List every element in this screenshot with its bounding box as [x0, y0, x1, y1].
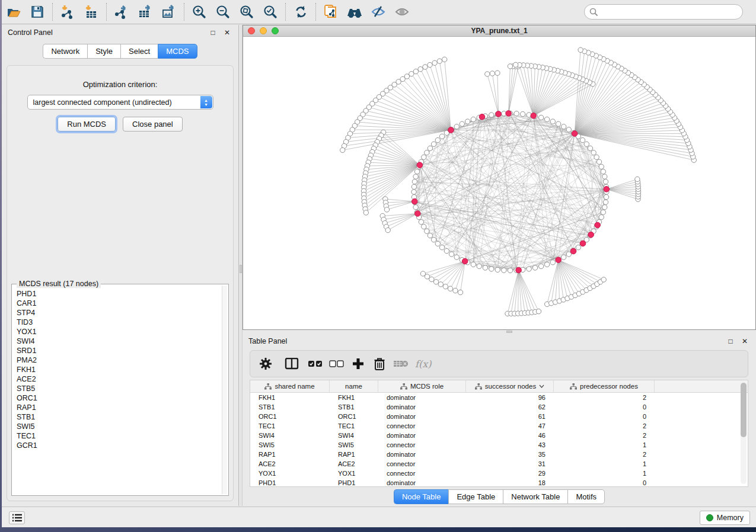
float-panel-button[interactable]: □	[208, 28, 218, 37]
select-all-columns-button[interactable]	[305, 354, 326, 374]
network-window-titlebar[interactable]: YPA_prune.txt_1	[243, 25, 755, 37]
export-network-button[interactable]	[111, 2, 132, 21]
cell-mcds_role[interactable]: dominator	[378, 402, 466, 412]
cell-predecessor_nodes[interactable]: 0	[554, 402, 655, 412]
cell-successor_nodes[interactable]: 61	[466, 412, 554, 421]
cell-predecessor_nodes[interactable]: 1	[554, 469, 655, 478]
mcds-result-item[interactable]: PHD1	[17, 289, 221, 299]
tab-network[interactable]: Network	[43, 44, 87, 59]
mcds-result-item[interactable]: FKH1	[17, 365, 221, 374]
function-builder-button[interactable]: f(x)	[415, 358, 431, 370]
mcds-result-item[interactable]: YOX1	[17, 327, 221, 336]
cell-shared_name[interactable]: TEC1	[250, 421, 330, 431]
table-row[interactable]: STB1STB1dominator620	[250, 402, 748, 412]
minimize-window-icon[interactable]	[260, 27, 267, 34]
splitter-grip[interactable]	[506, 331, 512, 333]
table-row[interactable]: SWI4SWI4dominator462	[250, 431, 748, 440]
cell-successor_nodes[interactable]: 46	[466, 431, 554, 440]
memory-button[interactable]: Memory	[700, 511, 750, 525]
mcds-result-item[interactable]: PMA2	[17, 355, 221, 365]
mcds-result-item[interactable]: SWI5	[17, 422, 221, 431]
export-image-button[interactable]	[159, 2, 179, 21]
column-layout-button[interactable]	[281, 354, 302, 374]
zoom-in-button[interactable]	[189, 2, 209, 21]
column-header-MCDS-role[interactable]: MCDS role	[378, 380, 466, 392]
table-row[interactable]: ORC1ORC1dominator610	[250, 412, 748, 421]
cell-shared_name[interactable]: RAP1	[250, 450, 330, 459]
tab-style[interactable]: Style	[87, 44, 120, 59]
cell-name[interactable]: FKH1	[330, 393, 378, 402]
close-table-panel-button[interactable]: ✕	[739, 336, 750, 346]
zoom-selected-button[interactable]	[260, 2, 280, 21]
mcds-result-item[interactable]: SRD1	[17, 346, 221, 355]
cell-predecessor_nodes[interactable]: 2	[554, 421, 655, 431]
mcds-list-scrollbar[interactable]	[222, 286, 227, 494]
mcds-result-item[interactable]: ORC1	[17, 393, 221, 403]
cell-shared_name[interactable]: ACE2	[250, 459, 330, 469]
save-session-button[interactable]	[27, 2, 47, 21]
cell-shared_name[interactable]: ORC1	[250, 412, 330, 421]
cell-mcds_role[interactable]: dominator	[378, 450, 466, 459]
column-header-shared-name[interactable]: shared name	[250, 380, 330, 392]
cell-successor_nodes[interactable]: 96	[466, 393, 554, 402]
tab-mcds[interactable]: MCDS	[158, 44, 197, 59]
table-tab-edge-table[interactable]: Edge Table	[448, 489, 503, 504]
cell-successor_nodes[interactable]: 62	[466, 402, 554, 412]
table-row[interactable]: YOX1YOX1connector291	[250, 469, 748, 478]
cell-mcds_role[interactable]: connector	[378, 421, 466, 431]
criterion-select[interactable]: largest connected component (undirected)…	[27, 95, 213, 110]
cell-mcds_role[interactable]: connector	[378, 459, 466, 469]
cell-shared_name[interactable]: SWI4	[250, 431, 330, 440]
mcds-result-item[interactable]: RAP1	[17, 403, 221, 412]
cell-name[interactable]: STB1	[330, 402, 378, 412]
search-input[interactable]	[601, 8, 742, 16]
cell-predecessor_nodes[interactable]: 0	[554, 412, 655, 421]
cell-name[interactable]: TEC1	[330, 421, 378, 431]
cell-name[interactable]: SWI5	[330, 440, 378, 450]
cell-successor_nodes[interactable]: 35	[466, 450, 554, 459]
cell-mcds_role[interactable]: connector	[378, 469, 466, 478]
cell-name[interactable]: YOX1	[330, 469, 378, 478]
cell-name[interactable]: PHD1	[330, 478, 378, 488]
import-table-button[interactable]	[81, 2, 101, 21]
network-canvas[interactable]	[243, 37, 755, 329]
cell-shared_name[interactable]: SWI5	[250, 440, 330, 450]
cell-predecessor_nodes[interactable]: 2	[554, 393, 655, 402]
cell-predecessor_nodes[interactable]: 2	[554, 431, 655, 440]
export-table-button[interactable]	[135, 2, 155, 21]
table-scrollbar[interactable]	[741, 383, 747, 484]
cell-mcds_role[interactable]: connector	[378, 440, 466, 450]
cell-name[interactable]: SWI4	[330, 431, 378, 440]
cell-mcds_role[interactable]: dominator	[378, 393, 466, 402]
cell-name[interactable]: RAP1	[330, 450, 378, 459]
cell-predecessor_nodes[interactable]: 1	[554, 440, 655, 450]
cell-successor_nodes[interactable]: 43	[466, 440, 554, 450]
import-network-button[interactable]	[58, 2, 78, 21]
mcds-result-item[interactable]: STB5	[17, 384, 221, 393]
cell-name[interactable]: ACE2	[330, 459, 378, 469]
cell-name[interactable]: ORC1	[330, 412, 378, 421]
mcds-result-item[interactable]: GCR1	[17, 441, 221, 450]
table-row[interactable]: PHD1PHD1dominator180	[250, 478, 748, 488]
cell-successor_nodes[interactable]: 31	[466, 459, 554, 469]
cell-mcds_role[interactable]: dominator	[378, 478, 466, 488]
table-row[interactable]: RAP1RAP1dominator352	[250, 450, 748, 459]
zoom-fit-button[interactable]	[237, 2, 257, 21]
zoom-out-button[interactable]	[213, 2, 233, 21]
table-tab-network-table[interactable]: Network Table	[503, 489, 567, 504]
mcds-result-item[interactable]: STP4	[17, 308, 221, 318]
table-row[interactable]: FKH1FKH1dominator962	[250, 393, 748, 402]
run-mcds-button[interactable]: Run MCDS	[58, 117, 116, 132]
cell-shared_name[interactable]: FKH1	[250, 393, 330, 402]
refresh-button[interactable]	[291, 2, 311, 21]
show-all-button[interactable]	[392, 2, 412, 21]
tab-select[interactable]: Select	[120, 44, 158, 59]
open-file-button[interactable]	[4, 2, 24, 21]
maximize-window-icon[interactable]	[272, 27, 279, 34]
cell-mcds_role[interactable]: dominator	[378, 431, 466, 440]
cell-shared_name[interactable]: PHD1	[250, 478, 330, 488]
mcds-result-item[interactable]: TEC1	[17, 431, 221, 441]
mcds-result-item[interactable]: CAR1	[17, 299, 221, 308]
delete-column-button[interactable]	[369, 354, 390, 374]
mcds-result-item[interactable]: ACE2	[17, 374, 221, 384]
